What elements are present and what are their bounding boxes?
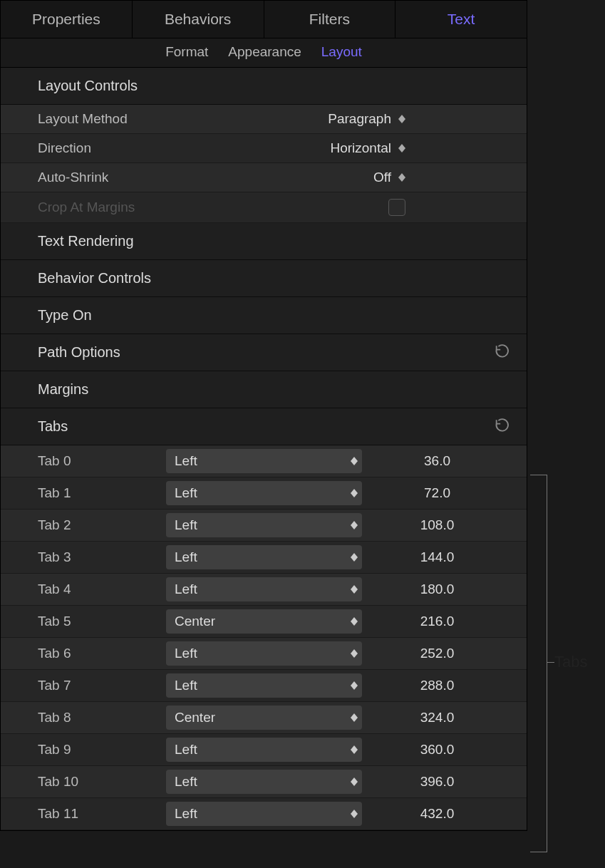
tab-align-select[interactable]: Center	[166, 609, 362, 634]
chevron-updown-icon	[351, 553, 358, 562]
label-layout-method: Layout Method	[38, 111, 216, 127]
tab-row: Tab 11Left432.0	[1, 798, 527, 830]
tab-position-value[interactable]: 72.0	[362, 485, 527, 501]
select-value: Left	[175, 742, 197, 758]
tab-align-select[interactable]: Left	[166, 673, 362, 698]
value-layout-method[interactable]: Paragraph	[328, 111, 391, 127]
tab-filters[interactable]: Filters	[264, 1, 396, 38]
tab-row: Tab 7Left288.0	[1, 670, 527, 702]
chevron-updown-icon	[351, 521, 358, 529]
row-auto-shrink: Auto-Shrink Off	[1, 163, 527, 192]
row-direction: Direction Horizontal	[1, 134, 527, 163]
chevron-updown-icon	[351, 617, 358, 626]
chevron-updown-icon	[351, 713, 358, 722]
tab-align-select[interactable]: Left	[166, 641, 362, 666]
select-value: Left	[175, 582, 197, 597]
tab-position-value[interactable]: 36.0	[362, 453, 527, 469]
stepper-icon[interactable]	[398, 144, 405, 153]
tab-position-value[interactable]: 288.0	[362, 678, 527, 693]
reset-icon[interactable]	[494, 417, 510, 436]
tab-behaviors[interactable]: Behaviors	[133, 1, 264, 38]
tab-label: Tab 4	[38, 582, 166, 597]
reset-icon[interactable]	[494, 343, 510, 362]
chevron-updown-icon	[351, 681, 358, 690]
chevron-updown-icon	[351, 457, 358, 465]
section-tabs[interactable]: Tabs	[1, 408, 527, 445]
select-value: Left	[175, 549, 197, 565]
tab-position-value[interactable]: 108.0	[362, 517, 527, 533]
tab-position-value[interactable]: 324.0	[362, 710, 527, 725]
subtab-appearance[interactable]: Appearance	[228, 44, 301, 60]
tab-text[interactable]: Text	[395, 1, 527, 38]
section-margins[interactable]: Margins	[1, 371, 527, 408]
tab-label: Tab 3	[38, 549, 166, 565]
tab-label: Tab 8	[38, 710, 166, 725]
tab-position-value[interactable]: 360.0	[362, 742, 527, 758]
select-value: Left	[175, 517, 197, 533]
tab-align-select[interactable]: Left	[166, 449, 362, 473]
tab-row: Tab 9Left360.0	[1, 734, 527, 766]
tab-position-value[interactable]: 432.0	[362, 806, 527, 822]
annotation-bracket	[530, 475, 547, 852]
subtab-format[interactable]: Format	[165, 44, 208, 60]
tab-row: Tab 2Left108.0	[1, 510, 527, 542]
tab-align-select[interactable]: Left	[166, 770, 362, 794]
value-auto-shrink[interactable]: Off	[373, 170, 391, 185]
value-direction[interactable]: Horizontal	[330, 140, 391, 156]
annotation-label: Tabs	[554, 653, 587, 671]
tab-align-select[interactable]: Left	[166, 545, 362, 569]
chevron-updown-icon	[351, 585, 358, 594]
row-layout-method: Layout Method Paragraph	[1, 105, 527, 134]
tab-label: Tab 11	[38, 806, 166, 822]
tab-row: Tab 4Left180.0	[1, 574, 527, 606]
tab-row: Tab 1Left72.0	[1, 477, 527, 510]
label-direction: Direction	[38, 140, 216, 156]
chevron-updown-icon	[351, 649, 358, 658]
tab-properties[interactable]: Properties	[1, 1, 133, 38]
tab-row: Tab 3Left144.0	[1, 542, 527, 574]
label-auto-shrink: Auto-Shrink	[38, 170, 216, 185]
tab-label: Tab 1	[38, 485, 166, 501]
tab-row: Tab 0Left36.0	[1, 445, 527, 477]
tab-align-select[interactable]: Left	[166, 802, 362, 826]
stepper-icon[interactable]	[398, 173, 405, 182]
tab-label: Tab 10	[38, 774, 166, 790]
chevron-updown-icon	[351, 777, 358, 786]
section-path-options[interactable]: Path Options	[1, 334, 527, 371]
tab-position-value[interactable]: 252.0	[362, 646, 527, 661]
tab-position-value[interactable]: 180.0	[362, 582, 527, 597]
select-value: Center	[175, 614, 215, 629]
tab-position-value[interactable]: 216.0	[362, 614, 527, 629]
tab-label: Tab 0	[38, 453, 166, 469]
select-value: Left	[175, 646, 197, 661]
tab-label: Tab 6	[38, 646, 166, 661]
stepper-icon[interactable]	[398, 115, 405, 123]
section-type-on[interactable]: Type On	[1, 297, 527, 334]
annotation-bracket	[547, 662, 554, 663]
tab-position-value[interactable]: 396.0	[362, 774, 527, 790]
tab-label: Tab 9	[38, 742, 166, 758]
subtab-layout[interactable]: Layout	[321, 44, 362, 60]
tab-position-value[interactable]: 144.0	[362, 549, 527, 565]
select-value: Left	[175, 806, 197, 822]
tab-label: Tab 2	[38, 517, 166, 533]
tab-row: Tab 6Left252.0	[1, 638, 527, 670]
tab-align-select[interactable]: Center	[166, 706, 362, 730]
tab-label: Tab 7	[38, 678, 166, 693]
chevron-updown-icon	[351, 489, 358, 497]
tab-align-select[interactable]: Left	[166, 481, 362, 505]
tab-align-select[interactable]: Left	[166, 513, 362, 537]
tab-align-select[interactable]: Left	[166, 738, 362, 762]
section-text-rendering[interactable]: Text Rendering	[1, 223, 527, 260]
section-layout-controls[interactable]: Layout Controls	[1, 68, 527, 105]
chevron-updown-icon	[351, 810, 358, 818]
tabs-list: Tab 0Left36.0Tab 1Left72.0Tab 2Left108.0…	[1, 445, 527, 830]
row-crop-at-margins: Crop At Margins	[1, 192, 527, 223]
select-value: Left	[175, 485, 197, 501]
sub-tab-bar: Format Appearance Layout	[1, 38, 527, 68]
checkbox-crop-at-margins[interactable]	[388, 199, 405, 216]
section-behavior-controls[interactable]: Behavior Controls	[1, 260, 527, 297]
chevron-updown-icon	[351, 745, 358, 754]
tab-align-select[interactable]: Left	[166, 577, 362, 601]
tab-label: Tab 5	[38, 614, 166, 629]
